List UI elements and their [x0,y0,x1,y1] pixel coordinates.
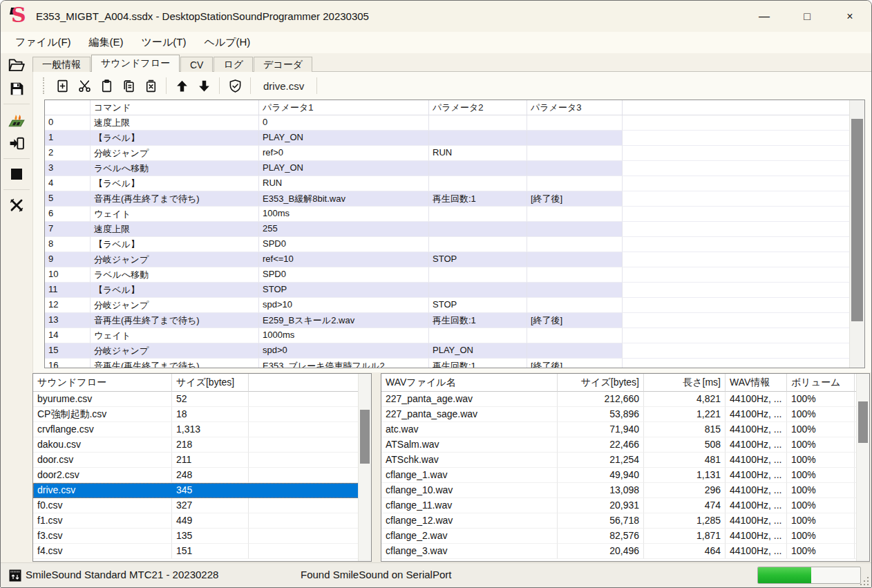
add-step-button[interactable] [51,75,73,96]
param3-cell [527,252,623,267]
move-up-button[interactable] [171,75,193,96]
flow-file-row[interactable]: byurume.csv 52 [33,392,371,407]
stop-icon [8,166,25,182]
flow-step-row[interactable]: 14 ウェイト 1000ms [45,328,849,343]
tab[interactable]: ログ [214,57,253,72]
flow-table-scroll-thumb[interactable] [851,119,863,321]
soundflow-file-list: サウンドフロー サイズ[bytes] byurume.csv 52 CP強制起動… [32,373,372,562]
flow-file-row[interactable]: door2.csv 248 [33,468,371,483]
wav-file-row[interactable]: cflange_1.wav 49,940 1,131 44100Hz, ... … [381,468,869,483]
import-from-device-button[interactable] [1,131,32,155]
tab[interactable]: デコーダ [254,57,312,72]
flow-file-row[interactable]: door.csv 211 [33,453,371,468]
delete-button[interactable] [140,75,162,96]
menu-item[interactable]: ファイル(F) [6,32,80,53]
flow-list-scroll-thumb[interactable] [360,410,370,464]
flow-file-filler [249,468,371,483]
minimize-button[interactable]: — [743,1,786,32]
flow-file-row[interactable]: drive.csv 345 [33,483,371,498]
wav-file-row[interactable]: ATSchk.wav 21,254 481 44100Hz, ... 100% [381,453,869,468]
col-header-wav-volume: ボリューム [787,374,855,392]
menu-item[interactable]: 編集(E) [80,32,133,53]
wav-file-name: cflange_10.wav [381,483,558,498]
flow-file-size: 151 [172,544,249,559]
menu-item[interactable]: ツール(T) [133,32,196,53]
flow-step-row[interactable]: 3 ラベルへ移動 PLAY_ON [45,161,849,176]
verify-button[interactable] [224,75,246,96]
maximize-button[interactable]: □ [786,1,828,32]
flow-step-row[interactable]: 2 分岐ジャンプ ref>0 RUN [45,146,849,161]
tab[interactable]: CV [180,57,213,72]
flow-list-scrollbar[interactable] [358,374,371,561]
wav-file-row[interactable]: cflange_11.wav 20,931 474 44100Hz, ... 1… [381,498,869,513]
flow-step-row[interactable]: 10 ラベルへ移動 SPD0 [45,267,849,283]
flow-step-row[interactable]: 0 速度上限 0 [45,115,849,131]
copy-button[interactable] [117,75,140,96]
open-file-button[interactable] [1,53,32,77]
cut-button[interactable] [73,75,95,96]
save-file-button[interactable] [1,77,32,100]
wav-list-scrollbar[interactable] [856,374,869,561]
move-down-button[interactable] [193,75,215,96]
col-header-wav-info: WAV情報 [726,374,787,392]
flow-file-row[interactable]: CP強制起動.csv 18 [33,407,371,422]
flow-file-row[interactable]: crvflange.csv 1,313 [33,422,371,437]
toolbar-separator [316,77,317,94]
flow-file-row[interactable]: f4.csv 151 [33,544,371,559]
command-cell: 【ラベル】 [91,283,259,298]
paste-button[interactable] [95,75,117,96]
param3-cell [527,222,623,237]
wav-file-name: 227_panta_age.wav [381,392,558,407]
tools-button[interactable] [1,193,32,217]
wav-file-row[interactable]: 227_panta_age.wav 212,660 4,821 44100Hz,… [381,392,869,407]
row-number-cell: 9 [45,252,91,267]
wav-file-row[interactable]: cflange_2.wav 82,576 1,871 44100Hz, ... … [381,529,869,544]
flow-step-row[interactable]: 1 【ラベル】 PLAY_ON [45,131,849,146]
command-cell: 速度上限 [91,115,259,131]
flow-step-row[interactable]: 15 分岐ジャンプ spd>0 PLAY_ON [45,343,849,359]
wav-file-length: 296 [644,483,726,498]
flow-file-row[interactable]: f3.csv 135 [33,529,371,544]
wav-file-volume: 100% [787,392,855,407]
wav-file-row[interactable]: cflange_3.wav 20,496 464 44100Hz, ... 10… [381,544,869,559]
flow-step-row[interactable]: 9 分岐ジャンプ ref<=10 STOP [45,252,849,267]
row-filler-cell [623,343,849,359]
flow-file-name: dakou.csv [33,437,172,453]
write-sound-to-decoder-button[interactable] [1,108,32,131]
flow-file-filler [249,544,371,559]
row-number-cell: 12 [45,298,91,313]
flow-step-row[interactable]: 6 ウェイト 100ms [45,207,849,222]
flow-step-row[interactable]: 5 音再生(再生終了まで待ち) E353_B緩解8bit.wav 再生回数:1 … [45,191,849,207]
stop-button[interactable] [1,162,32,186]
flow-file-row[interactable]: dakou.csv 218 [33,437,371,453]
wav-file-length: 1,221 [644,407,726,422]
flow-file-name: f1.csv [33,513,172,529]
wav-file-length: 464 [644,544,726,559]
wav-file-row[interactable]: ATSalm.wav 22,466 508 44100Hz, ... 100% [381,437,869,453]
tab[interactable]: サウンドフロー [91,55,180,72]
wav-file-size: 71,940 [558,422,644,437]
flow-step-row[interactable]: 11 【ラベル】 STOP [45,283,849,298]
flow-step-row[interactable]: 13 音再生(再生終了まで待ち) E259_Bスキール2.wav 再生回数:1 … [45,313,849,328]
menu-item[interactable]: ヘルプ(H) [195,32,259,53]
close-button[interactable]: × [828,1,871,32]
wav-file-row[interactable]: atc.wav 71,940 815 44100Hz, ... 100% [381,422,869,437]
flow-step-row[interactable]: 12 分岐ジャンプ spd>10 STOP [45,298,849,313]
flow-step-row[interactable]: 7 速度上限 255 [45,222,849,237]
wav-file-row[interactable]: cflange_10.wav 13,098 296 44100Hz, ... 1… [381,483,869,498]
wav-file-row[interactable]: 227_panta_sage.wav 53,896 1,221 44100Hz,… [381,407,869,422]
menu-bar: ファイル(F)編集(E)ツール(T)ヘルプ(H) [1,32,871,53]
flow-step-row[interactable]: 16 音再生(再生終了まで待ち) E353_ブレーキ停車時フルル2 ... 再生… [45,359,849,368]
flow-step-row[interactable]: 8 【ラベル】 SPD0 [45,237,849,252]
row-number-cell: 6 [45,207,91,222]
wav-file-row[interactable]: cflange_12.wav 56,718 1,285 44100Hz, ...… [381,513,869,529]
flow-file-row[interactable]: f1.csv 449 [33,513,371,529]
toolbar-grip[interactable] [43,77,46,94]
resize-grip[interactable] [860,576,869,585]
tab[interactable]: 一般情報 [32,57,91,72]
flow-file-row[interactable]: f0.csv 327 [33,498,371,513]
wav-list-scroll-thumb[interactable] [858,401,868,443]
flow-step-row[interactable]: 4 【ラベル】 RUN [45,176,849,191]
title-bar: S E353_MIGBT_A004.ssdx - DesktopStationS… [1,1,871,32]
flow-table-scrollbar[interactable] [849,100,864,368]
